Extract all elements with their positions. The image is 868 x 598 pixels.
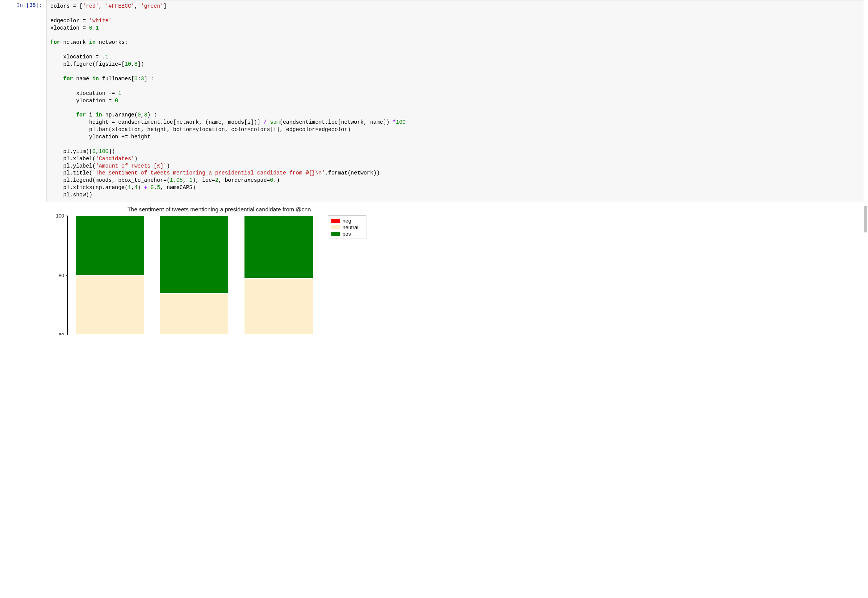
y-axis: 100 80 60 — [46, 216, 67, 335]
chart-title: The sentiment of tweets mentioning a pre… — [46, 206, 530, 213]
code-cell: In [35]: colors = ['red', '#FFEECC', 'gr… — [0, 0, 868, 201]
output-prompt-gutter: unt of Tweets [%] — [0, 204, 46, 335]
y-tick-80: 80 — [59, 272, 64, 278]
input-prompt: In [35]: — [0, 0, 46, 201]
output-cell: unt of Tweets [%] The sentiment of tweet… — [0, 201, 868, 335]
legend-swatch-neg — [331, 219, 340, 223]
code-input-area[interactable]: colors = ['red', '#FFEECC', 'green'] edg… — [46, 0, 864, 201]
legend-label-neutral: neutral — [343, 224, 358, 230]
chart-figure: The sentiment of tweets mentioning a pre… — [46, 206, 530, 335]
prompt-in-text: In [ — [17, 2, 30, 8]
output-scrollbar[interactable] — [864, 206, 867, 233]
legend-item-neutral: neutral — [331, 224, 362, 231]
code-content[interactable]: colors = ['red', '#FFEECC', 'green'] edg… — [50, 3, 860, 199]
prompt-close: ]: — [36, 2, 42, 8]
legend-item-neg: neg — [331, 218, 362, 224]
bar-column — [244, 216, 313, 335]
bar-segment-pos — [75, 216, 145, 275]
prompt-number: 35 — [29, 2, 36, 8]
bar-segment-neutral — [75, 275, 145, 335]
chart-legend: neg neutral pos — [328, 216, 366, 239]
bar-column — [160, 216, 229, 335]
plot-area — [67, 216, 321, 335]
legend-label-pos: pos — [343, 231, 351, 237]
bar-segment-pos — [160, 216, 229, 293]
bar-column — [75, 216, 145, 335]
legend-swatch-neutral — [331, 225, 340, 229]
y-tick-60: 60 — [59, 332, 64, 335]
bar-segment-pos — [244, 216, 313, 278]
bars-container — [68, 216, 321, 335]
legend-label-neg: neg — [343, 218, 351, 224]
y-tick-100: 100 — [56, 213, 64, 219]
legend-swatch-pos — [331, 232, 340, 236]
output-content: The sentiment of tweets mentioning a pre… — [46, 204, 868, 335]
bar-segment-neutral — [244, 278, 313, 335]
bar-segment-neutral — [160, 293, 229, 335]
legend-item-pos: pos — [331, 231, 362, 237]
